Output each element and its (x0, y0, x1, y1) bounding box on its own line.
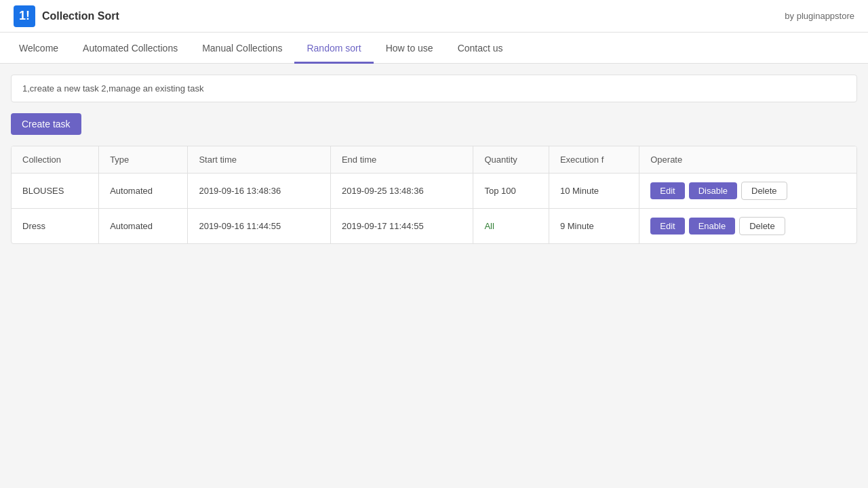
cell-collection: Dress (12, 209, 99, 244)
nav-item-welcome[interactable]: Welcome (7, 35, 71, 64)
col-operate: Operate (639, 146, 856, 174)
edit-button[interactable]: Edit (650, 218, 684, 235)
cell-quantity: Top 100 (473, 174, 549, 209)
cell-end-time: 2019-09-25 13:48:36 (330, 174, 473, 209)
info-text: 1,create a new task 2,manage an existing… (22, 83, 203, 94)
enable-button[interactable]: Enable (689, 218, 735, 235)
col-execution: Execution f (549, 146, 639, 174)
delete-button[interactable]: Delete (739, 217, 785, 235)
col-collection: Collection (12, 146, 99, 174)
nav-item-how-to-use[interactable]: How to use (374, 35, 446, 64)
tasks-table: Collection Type Start time End time Quan… (11, 146, 857, 244)
cell-quantity: All (473, 209, 549, 244)
create-task-button[interactable]: Create task (11, 113, 81, 135)
disable-button[interactable]: Disable (689, 182, 737, 199)
header-left: 1! Collection Sort (14, 5, 119, 27)
nav: Welcome Automated Collections Manual Col… (0, 33, 868, 64)
cell-execution: 9 Minute (549, 209, 639, 244)
table-header-row: Collection Type Start time End time Quan… (12, 146, 856, 174)
col-quantity: Quantity (473, 146, 549, 174)
header: 1! Collection Sort by pluginappstore (0, 0, 868, 33)
header-brand: by pluginappstore (785, 11, 854, 21)
cell-collection: BLOUSES (12, 174, 99, 209)
nav-item-automated-collections[interactable]: Automated Collections (71, 35, 190, 64)
app-title: Collection Sort (42, 10, 119, 22)
cell-operate: Edit Disable Delete (639, 174, 856, 209)
cell-start-time: 2019-09-16 11:44:55 (188, 209, 331, 244)
col-start-time: Start time (188, 146, 331, 174)
logo-icon: 1! (14, 5, 35, 27)
col-type: Type (99, 146, 188, 174)
nav-item-manual-collections[interactable]: Manual Collections (190, 35, 294, 64)
cell-end-time: 2019-09-17 11:44:55 (330, 209, 473, 244)
col-end-time: End time (330, 146, 473, 174)
cell-execution: 10 Minute (549, 174, 639, 209)
nav-item-contact-us[interactable]: Contact us (446, 35, 515, 64)
edit-button[interactable]: Edit (650, 182, 684, 199)
cell-type: Automated (99, 209, 188, 244)
table-row: BLOUSES Automated 2019-09-16 13:48:36 20… (12, 174, 856, 209)
info-box: 1,create a new task 2,manage an existing… (11, 75, 857, 102)
cell-operate: Edit Enable Delete (639, 209, 856, 244)
cell-start-time: 2019-09-16 13:48:36 (188, 174, 331, 209)
nav-item-random-sort[interactable]: Random sort (294, 35, 373, 64)
cell-type: Automated (99, 174, 188, 209)
main-content: 1,create a new task 2,manage an existing… (0, 64, 868, 255)
table-row: Dress Automated 2019-09-16 11:44:55 2019… (12, 209, 856, 244)
delete-button[interactable]: Delete (741, 182, 787, 200)
